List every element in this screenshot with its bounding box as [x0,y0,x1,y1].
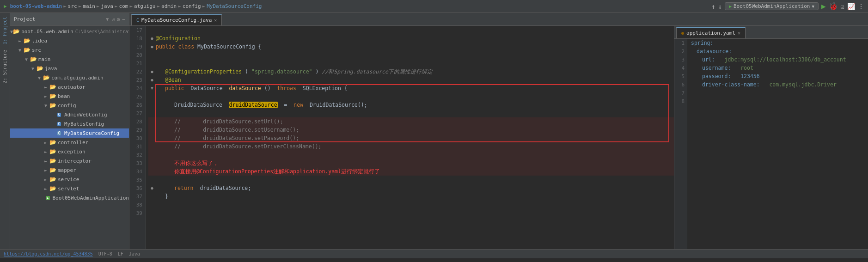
panel-collapse-icon[interactable]: ↺ [111,16,115,23]
tree-item-mydatasourceconfig[interactable]: ► C MyDataSourceConfig [10,128,129,138]
code-line-19: ● public class MyDataSourceConfig { [148,43,674,51]
ln-18: 18 [129,34,145,43]
tree-label-bean: bean [58,93,70,99]
breadcrumb-src[interactable]: src [68,3,77,9]
tree-item-main[interactable]: ▼ 📂 main [10,55,129,64]
tree-arrow-java: ▼ [30,66,36,71]
ln-35: 35 [129,176,145,184]
tree-item-bean[interactable]: ► 📂 bean [10,91,129,101]
run-config-name: Boot05WebAdminApplication [734,3,810,9]
tree-folder-icon-config: 📂 [49,102,56,109]
tree-item-interceptor[interactable]: ► 📂 interceptor [10,156,129,165]
ln-39: 39 [129,209,145,217]
ln-23: 23 [129,76,145,84]
panel-hide-icon[interactable]: − [122,16,125,23]
tree-item-idea[interactable]: ► 📂 .idea [10,36,129,45]
gutter-24: ▼ [148,86,156,91]
tree-item-src[interactable]: ▼ 📂 src [10,45,129,55]
breadcrumb-project[interactable]: ▶ [4,3,7,9]
ln-32: 32 [129,151,145,159]
tree-folder-icon-servlet: 📂 [49,185,56,192]
breadcrumb-atguigu[interactable]: atguigu [134,3,155,9]
tree-item-java[interactable]: ▼ 📂 java [10,64,129,73]
tab-mydatasourceconfig[interactable]: C MyDataSourceConfig.java ✕ [131,14,222,25]
tree-item-servlet[interactable]: ► 📂 servlet [10,184,129,193]
tree-item-config[interactable]: ▼ 📂 config [10,101,129,110]
tree-label-idea: .idea [32,38,47,44]
run-config-selector[interactable]: ▶ Boot05WebAdminApplication ▼ [725,2,819,10]
yaml-val-username: root [740,65,753,71]
gutter-22: ● [148,69,156,74]
tree-folder-icon-interceptor: 📂 [49,158,56,164]
run-button[interactable]: ▶ [821,2,826,11]
debug-button[interactable]: 🐞 [829,2,838,11]
ln-34: 34 [129,167,145,176]
status-language: Java [129,251,140,256]
yaml-editor: ● application.yaml ✕ 1 2 3 4 5 6 7 8 [674,26,868,249]
tree-folder-icon-bean: 📂 [49,93,56,99]
profile-button[interactable]: 📈 [847,3,855,10]
code-line-28: // druidDataSource.setUrl(); [148,117,674,126]
ln-24: 24 [129,84,145,92]
tree-item-controller[interactable]: ► 📂 controller [10,138,129,147]
tab-project[interactable]: 1: Project [1,15,8,46]
tree-arrow-exception: ► [43,149,49,154]
breadcrumb-main[interactable]: main [83,3,95,9]
yaml-val-url: jdbc:mysql://localhost:3306/db_account [725,56,846,63]
tree-label-config: config [58,103,76,109]
breadcrumb-java[interactable]: java [101,3,113,9]
tree-folder-icon-exception: 📂 [49,148,56,155]
tree-item-adminwebconfig[interactable]: ► C AdminWebConfig [10,110,129,119]
panel-title: Project [14,16,103,22]
gutter-36: ● [148,186,156,190]
tree-item-acutuator[interactable]: ► 📂 acutuator [10,82,129,91]
tree-item-service[interactable]: ► 📂 service [10,175,129,184]
yaml-line-5: password: 123456 [691,72,868,80]
ln-19: 19 [129,43,145,51]
tree-label-mapper: mapper [58,167,76,173]
navigate-forward-icon[interactable]: ↓ [718,3,721,10]
tree-item-exception[interactable]: ► 📂 exception [10,147,129,156]
yaml-code-view: 1 2 3 4 5 6 7 8 spring: [674,39,868,249]
annotation-configprops: @ConfigurationProperties [165,68,242,75]
status-url[interactable]: https://blog.csdn.net/qq_4534835 [4,251,93,256]
tab-close-main[interactable]: ✕ [214,18,217,23]
tab-yaml-close[interactable]: ✕ [738,30,740,36]
tree-label-interceptor: interceptor [58,158,92,164]
yaml-key-url: url: [702,56,715,63]
ln-27: 27 [129,109,145,117]
tree-file-icon-mydatasourceconfig: C [55,130,63,136]
tree-item-mybatisconfig[interactable]: ► C MyBatisConfig [10,119,129,128]
tab-label-main: MyDataSourceConfig.java [141,17,212,23]
breadcrumb-com[interactable]: com [119,3,128,9]
panel-gear-icon[interactable]: ⚙ [117,16,120,23]
code-line-39 [148,209,674,217]
tree-item-boot05[interactable]: ► ▶ Boot05WebAdminApplication [10,193,129,202]
comment-30: // druidDataSource.setPassword(); [174,135,299,141]
panel-header-icons: ↺ ⚙ − [111,16,125,23]
tree-arrow-bean: ► [43,94,49,99]
coverage-button[interactable]: ☑ [841,3,844,10]
breadcrumb-admin[interactable]: admin [161,3,177,9]
tab-yaml[interactable]: ● application.yaml ✕ [676,27,746,38]
highlight-druiddatasource: druidDataSource [229,102,278,108]
navigate-back-icon[interactable]: ↑ [711,3,715,10]
comment-28: // druidDataSource.setUrl(); [174,118,283,125]
code-line-34: 你直接用@ConfigurationProperties注解和applicati… [148,167,674,176]
tree-folder-icon-controller: 📂 [49,139,56,146]
kw-public-19: public [156,43,175,50]
tree-item-root[interactable]: ▼ 📂 boot-05-web-admin C:\Users\Administr… [10,27,129,36]
yaml-ln-2: 2 [674,47,687,55]
breadcrumb-config[interactable]: config [183,3,201,9]
tree-arrow-main: ▼ [23,57,30,62]
run-config-dropdown-icon[interactable]: ▼ [812,4,814,9]
tree-label-boot05: Boot05WebAdminApplication [52,195,129,201]
tree-item-mapper[interactable]: ► 📂 mapper [10,165,129,175]
yaml-ln-8: 8 [674,97,687,105]
main-code-editor[interactable]: 17 18 19 20 21 22 23 24 25 26 27 28 29 3… [129,26,674,249]
tree-item-com-atguigu-admin[interactable]: ▼ 📂 com.atguigu.admin [10,73,129,82]
more-actions-button[interactable]: ⋮ [858,3,864,10]
line-numbers: 17 18 19 20 21 22 23 24 25 26 27 28 29 3… [129,26,146,249]
tab-structure[interactable]: 2: Structure [1,48,8,85]
tree-label-mydatasourceconfig: MyDataSourceConfig [64,130,119,136]
